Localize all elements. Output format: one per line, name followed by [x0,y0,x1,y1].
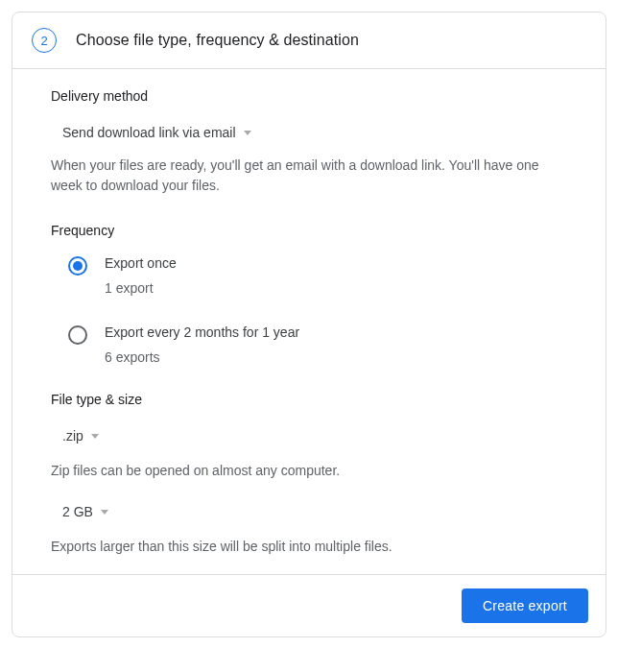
filesize-help-text: Exports larger than this size will be sp… [51,537,567,557]
step-card: 2 Choose file type, frequency & destinat… [12,12,606,637]
delivery-method-dropdown[interactable]: Send download link via email [62,121,251,144]
filesize-dropdown[interactable]: 2 GB [62,500,108,523]
filetype-dropdown[interactable]: .zip [62,424,99,447]
filetype-type-subsection: .zip Zip files can be opened on almost a… [51,424,567,481]
radio-icon [68,325,87,345]
frequency-option-once[interactable]: Export once 1 export [68,255,567,296]
step-title: Choose file type, frequency & destinatio… [76,32,359,49]
frequency-option-sub: 1 export [105,280,177,296]
delivery-help-text: When your files are ready, you'll get an… [51,156,567,196]
create-export-button[interactable]: Create export [462,588,588,623]
card-body: Delivery method Send download link via e… [12,69,606,574]
step-number-badge: 2 [32,28,57,53]
frequency-option-title: Export every 2 months for 1 year [105,324,299,340]
radio-icon [68,256,87,276]
frequency-radio-group: Export once 1 export Export every 2 mont… [68,255,567,365]
frequency-option-title: Export once [105,255,177,271]
card-footer: Create export [12,574,606,636]
delivery-section: Delivery method Send download link via e… [51,88,567,196]
filesize-value: 2 GB [62,504,93,519]
card-header: 2 Choose file type, frequency & destinat… [12,12,606,68]
filesize-subsection: 2 GB Exports larger than this size will … [51,500,567,557]
frequency-section: Frequency Export once 1 export Export ev… [51,223,567,365]
delivery-label: Delivery method [51,88,567,104]
caret-down-icon [91,434,99,439]
frequency-option-bimonthly[interactable]: Export every 2 months for 1 year 6 expor… [68,324,567,365]
filetype-section: File type & size .zip Zip files can be o… [51,392,567,557]
filetype-label: File type & size [51,392,567,407]
radio-content: Export once 1 export [105,255,177,296]
frequency-option-sub: 6 exports [105,349,299,365]
radio-content: Export every 2 months for 1 year 6 expor… [105,324,299,365]
filetype-value: .zip [62,428,83,444]
filetype-help-text: Zip files can be opened on almost any co… [51,461,567,481]
delivery-method-value: Send download link via email [62,125,236,140]
frequency-label: Frequency [51,223,567,238]
caret-down-icon [101,510,108,515]
caret-down-icon [244,131,251,135]
